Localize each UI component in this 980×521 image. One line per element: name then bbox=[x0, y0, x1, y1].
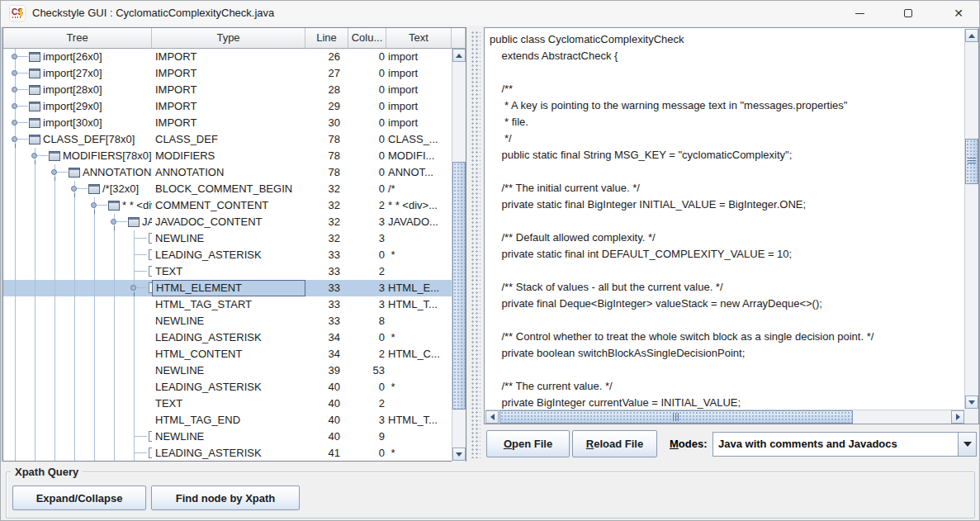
tree-table-row[interactable]: /*[32x0]BLOCK_COMMENT_BEGIN320/* bbox=[3, 181, 452, 197]
column-cell: 2 bbox=[348, 197, 386, 214]
text-cell bbox=[386, 362, 452, 379]
tree-table-body[interactable]: import[26x0]IMPORT260importimport[27x0]I… bbox=[3, 49, 452, 461]
tree-expand-knob[interactable] bbox=[12, 54, 17, 59]
tree-collapse-knob[interactable] bbox=[111, 219, 116, 225]
scroll-up-button[interactable] bbox=[452, 49, 466, 62]
tree-node-label: import[27x0] bbox=[43, 65, 102, 82]
find-node-by-xpath-button[interactable]: Find node by Xpath bbox=[151, 485, 300, 510]
tree-table-row[interactable]: HTML_ELEMENTHTML_ELEMENT333HTML_E... bbox=[3, 280, 452, 296]
combo-dropdown-button[interactable] bbox=[958, 433, 976, 456]
code-vertical-scrollbar[interactable] bbox=[964, 29, 978, 410]
code-scroll-right-button[interactable] bbox=[951, 410, 964, 424]
tree-collapse-knob[interactable] bbox=[12, 136, 17, 142]
code-scroll-left-button[interactable] bbox=[485, 410, 499, 424]
tree-guide-line bbox=[114, 379, 115, 395]
text-cell: JAVADO... bbox=[386, 214, 452, 230]
source-code-text[interactable]: public class CyclomaticComplexityCheck e… bbox=[485, 29, 964, 409]
tree-table-row[interactable]: import[28x0]IMPORT280import bbox=[3, 82, 452, 98]
tree-expand-knob[interactable] bbox=[12, 70, 17, 76]
column-cell: 0 bbox=[348, 131, 386, 148]
tree-cell: HTML_TAG_END bbox=[3, 412, 152, 429]
tree-table-row[interactable]: import[29x0]IMPORT290import bbox=[3, 98, 452, 115]
column-header-text[interactable]: Text bbox=[386, 28, 452, 49]
type-cell: IMPORT bbox=[152, 82, 305, 98]
tree-table-row[interactable]: NEWLINENEWLINE409 bbox=[3, 429, 452, 445]
modes-combobox[interactable]: Java with comments and Javadocs bbox=[713, 432, 977, 457]
tree-collapse-knob[interactable] bbox=[71, 186, 77, 192]
tree-table-row[interactable]: import[30x0]IMPORT300import bbox=[3, 115, 452, 131]
tree-table-row[interactable]: NEWLINENEWLINE338 bbox=[3, 313, 452, 329]
tree-table-row[interactable]: NEWLINENEWLINE3953 bbox=[3, 362, 452, 379]
text-cell: import bbox=[386, 65, 452, 82]
tree-guide-line bbox=[114, 362, 115, 379]
type-cell: MODIFIERS bbox=[152, 148, 305, 164]
tree-expand-knob[interactable] bbox=[12, 120, 17, 126]
tree-guide-line bbox=[35, 247, 36, 263]
code-scroll-down-button[interactable] bbox=[965, 395, 978, 409]
tree-table-row[interactable]: CLASS_DEF[78x0]CLASS_DEF780CLASS_... bbox=[3, 131, 452, 148]
tree-table-row[interactable]: HTML_TAG_STARTHTML_TAG_START333HTML_T... bbox=[3, 296, 452, 313]
code-scrollbar-thumb[interactable] bbox=[965, 139, 978, 184]
line-cell: 32 bbox=[305, 181, 348, 197]
tree-table-row[interactable]: JAVADOC_CONTENTJAVADOC_CONTENT323JAVADO.… bbox=[3, 214, 452, 230]
text-cell bbox=[386, 313, 452, 329]
tree-collapse-knob[interactable] bbox=[91, 202, 97, 208]
tree-guide-line bbox=[35, 346, 36, 362]
tree-table-row[interactable]: import[26x0]IMPORT260import bbox=[3, 49, 452, 65]
code-hscrollbar-thumb[interactable] bbox=[499, 410, 853, 424]
tree-guide-line bbox=[94, 379, 95, 395]
tree-table-row[interactable]: ANNOTATION[78x0]ANNOTATION780ANNOT... bbox=[3, 164, 452, 181]
tree-table-row[interactable]: LEADING_ASTERISKLEADING_ASTERISK340 * bbox=[3, 329, 452, 346]
column-header-type[interactable]: Type bbox=[152, 28, 305, 49]
tree-expand-knob[interactable] bbox=[12, 87, 17, 92]
tree-table-row[interactable]: LEADING_ASTERISKLEADING_ASTERISK400 * bbox=[3, 379, 452, 395]
tree-table-row[interactable]: LEADING_ASTERISKLEADING_ASTERISK410 * bbox=[3, 445, 452, 461]
minimize-button[interactable] bbox=[840, 1, 878, 26]
tree-guide-line bbox=[54, 429, 55, 445]
tree-table-row[interactable]: HTML_CONTENTHTML_CONTENT342HTML_C... bbox=[3, 346, 452, 362]
column-header-line[interactable]: Line bbox=[305, 28, 348, 49]
tree-node-label: * * <div>... bbox=[122, 197, 152, 214]
column-header-colu[interactable]: Colu... bbox=[348, 28, 386, 49]
tree-connector-dash bbox=[16, 89, 28, 90]
tree-table-row[interactable]: NEWLINENEWLINE323 bbox=[3, 230, 452, 247]
code-horizontal-scrollbar[interactable] bbox=[485, 410, 964, 424]
tree-table-row[interactable]: TEXTTEXT402 bbox=[3, 395, 452, 412]
tree-collapse-knob[interactable] bbox=[31, 153, 37, 159]
folder-icon bbox=[29, 135, 40, 144]
tree-table-row[interactable]: LEADING_ASTERISKLEADING_ASTERISK330 * bbox=[3, 247, 452, 263]
maximize-button[interactable] bbox=[889, 1, 927, 26]
tree-collapse-knob[interactable] bbox=[130, 285, 136, 291]
split-pane-divider[interactable] bbox=[467, 27, 484, 462]
tree-expand-knob[interactable] bbox=[12, 103, 17, 109]
scroll-down-button[interactable] bbox=[452, 448, 466, 461]
tree-guide-line bbox=[114, 429, 115, 445]
tree-guide-line bbox=[74, 197, 75, 214]
tree-guide-line bbox=[54, 280, 55, 296]
tree-table-row[interactable]: import[27x0]IMPORT270import bbox=[3, 65, 452, 82]
type-cell: JAVADOC_CONTENT bbox=[152, 214, 305, 230]
tree-table-row[interactable]: * * <div>...COMMENT_CONTENT322* * <div>.… bbox=[3, 197, 452, 214]
tree-guide-line bbox=[114, 329, 115, 346]
close-icon: ✕ bbox=[954, 7, 963, 19]
reload-file-button[interactable]: Reload File bbox=[572, 430, 657, 457]
tree-table-row[interactable]: MODIFIERS[78x0]MODIFIERS780MODIFI... bbox=[3, 148, 452, 164]
thumb-grip bbox=[968, 158, 976, 165]
tree-table-vertical-scrollbar[interactable] bbox=[452, 49, 466, 462]
code-scroll-up-button[interactable] bbox=[965, 29, 978, 42]
tree-collapse-knob[interactable] bbox=[51, 169, 57, 175]
tree-table-row[interactable]: HTML_TAG_ENDHTML_TAG_END403HTML_T... bbox=[3, 412, 452, 429]
tree-guide-line bbox=[54, 197, 55, 214]
close-button[interactable]: ✕ bbox=[940, 1, 978, 26]
text-cell: * bbox=[386, 379, 452, 395]
open-file-button[interactable]: Open File bbox=[486, 430, 570, 457]
tree-guide-line bbox=[54, 296, 55, 313]
tree-table-row[interactable]: TEXTTEXT332 bbox=[3, 263, 452, 280]
column-header-tree[interactable]: Tree bbox=[3, 28, 152, 49]
title-bar: CS Checkstyle GUI : CyclomaticComplexity… bbox=[1, 1, 979, 26]
column-cell: 2 bbox=[348, 395, 386, 412]
tree-guide-line bbox=[54, 379, 55, 395]
expand-collapse-button[interactable]: Expand/Collapse bbox=[12, 485, 146, 510]
tree-scrollbar-thumb[interactable] bbox=[452, 162, 466, 410]
tree-guide-line bbox=[74, 412, 75, 429]
